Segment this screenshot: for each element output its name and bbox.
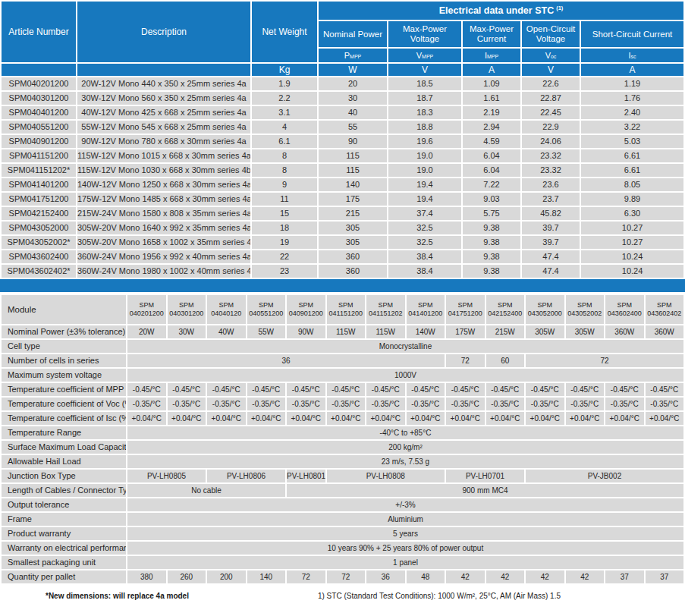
module-header-row: Module SPM040201200SPM040301200SPM040401… [2,295,683,324]
spec-value-cell: -0.35/°C [646,398,684,410]
voc-cell: 45.82 [522,207,580,220]
column-name-header: Open-Circuit Voltage [522,21,580,47]
spec-value-cell: Aluminium [127,513,683,526]
spec-value-cell: +0.04/°C [526,412,564,425]
spec-row-label: Surface Maximum Load Capacity [2,441,126,454]
spec-value-cell: -0.35/°C [486,398,525,410]
description-cell: 115W-12V Mono 1015 x 668 x 30mm series 4… [77,149,250,162]
impp-cell: 6.04 [463,149,520,162]
spec-value-cell: 260 [168,570,206,583]
electrical-data-table: Article Number Description Net Weight El… [0,0,685,279]
pmpp-cell: 360 [319,265,387,278]
spec-value-cell: 72 [446,354,485,367]
description-cell: 40W-12V Mono 425 x 668 x 25mm series 4a [77,106,250,119]
table-row: SPM04040120040W-12V Mono 425 x 668 x 25m… [2,106,683,119]
voc-cell: 22.87 [522,92,580,105]
column-name-header: Max-Power Current [463,21,520,47]
pmpp-cell: 360 [319,250,387,263]
spec-value-cell: -0.45/°C [287,383,325,396]
symbol-base: V [416,51,422,60]
spec-row: Smallest packaging unit1 panel [2,556,683,569]
voc-cell: 23.32 [522,164,580,177]
spec-row-label: Temperature coefficient of Voc (%) [2,398,126,410]
spec-value-cell: -0.35/°C [446,398,485,410]
spec-value-cell: 115W [327,325,366,338]
module-header-cell: SPM041401200 [407,295,445,324]
module-number: 040301200 [168,310,206,318]
spec-value-cell: -0.35/°C [207,398,246,410]
weight-unit: Kg [252,64,317,76]
pmpp-cell: 30 [319,92,387,105]
voc-cell: 22.45 [522,106,580,119]
column-symbol-header: IMPP [463,49,520,62]
module-prefix: SPM [366,301,405,310]
spec-row-label: Length of Cables / Connector Type [2,484,126,497]
pmpp-cell: 90 [319,135,387,148]
column-unit-header: W [319,64,387,76]
vmpp-cell: 19.0 [388,164,461,177]
article-number-cell: SPM041151200 [2,149,76,162]
vmpp-cell: 18.7 [388,92,461,105]
spec-value-cell: -0.35/°C [127,398,166,410]
spec-value-cell: +0.04/°C [366,412,405,425]
isc-cell: 2.40 [581,106,683,119]
spec-value-cell: -0.35/°C [566,398,605,410]
impp-cell: 1.09 [463,77,520,90]
spec-row-label: Junction Box Type [2,470,126,482]
symbol-subscript: sc [631,54,636,59]
spec-row: Maximum system voltage1000V [2,369,683,382]
spec-row: Temperature coefficient of Voc (%)-0.35/… [2,398,683,410]
isc-cell: 10.24 [581,250,683,263]
spec-value-cell: 72 [526,354,683,367]
spec-value-cell: 60 [486,354,525,367]
spec-row-label: Temperature Range [2,426,126,439]
table-row: SPM043052000305W-20V Mono 1640 x 992 x 3… [2,222,683,234]
spec-value-cell: +0.04/°C [207,412,246,425]
spec-row: FrameAluminium [2,513,683,526]
vmpp-cell: 18.5 [388,77,461,90]
isc-cell: 1.76 [581,92,683,105]
spec-row-label: Cell type [2,340,126,353]
impp-cell: 9.38 [463,265,520,278]
table-row: SPM04030120030W-12V Mono 560 x 350 x 25m… [2,92,683,105]
table-row: SPM041151200115W-12V Mono 1015 x 668 x 3… [2,149,683,162]
article-number-cell: SPM043052002* [2,236,76,249]
spec-value-cell: PV-LH0808 [327,470,445,482]
column-name-header: Short-Circuit Current [581,21,683,47]
voc-cell: 39.7 [522,236,580,249]
spec-value-cell: +0.04/°C [168,412,206,425]
impp-cell: 5.75 [463,207,520,220]
spec-value-cell: +/-3% [127,498,683,511]
spec-value-cell: 305W [526,325,564,338]
module-prefix: SPM [446,301,485,310]
voc-cell: 47.4 [522,250,580,263]
column-symbol-header: Isc [581,49,683,62]
description-cell: 140W-12V Mono 1250 x 668 x 30mm series 4… [77,178,250,191]
module-number: 041151200 [327,310,366,318]
table-row: SPM042152400215W-24V Mono 1580 x 808 x 3… [2,207,683,220]
module-prefix: SPM [207,301,246,310]
symbol-subscript: oc [551,54,556,59]
module-header-cell: SPM043052002 [566,295,605,324]
net-weight-cell: 11 [252,193,317,206]
column-unit-header: V [522,64,580,76]
spec-row: Nominal Power (±3% tolerance)20W30W40W55… [2,325,683,338]
spec-row: Product warranty5 years [2,527,683,540]
description-cell: 360W-24V Mono 1980 x 1002 x 40mm series … [77,265,250,278]
spec-value-cell: -0.45/°C [407,383,445,396]
net-weight-cell: 22 [252,250,317,263]
module-number: 04040120 [207,310,246,318]
isc-cell: 5.03 [581,135,683,148]
spec-value-cell: -0.45/°C [207,383,246,396]
spec-value-cell: -0.35/°C [407,398,445,410]
spec-value-cell: +0.04/°C [646,412,684,425]
net-weight-cell: 18 [252,222,317,234]
module-header-cell: SPM040551200 [247,295,286,324]
impp-cell: 9.38 [463,236,520,249]
article-number-cell: SPM041151202* [2,164,76,177]
net-weight-cell: 6.1 [252,135,317,148]
stc-header: Electrical data under STC(1) [319,2,683,20]
spec-value-cell: 90W [287,325,325,338]
spec-row-label: Maximum system voltage [2,369,126,382]
spec-value-cell: 42 [446,570,485,583]
